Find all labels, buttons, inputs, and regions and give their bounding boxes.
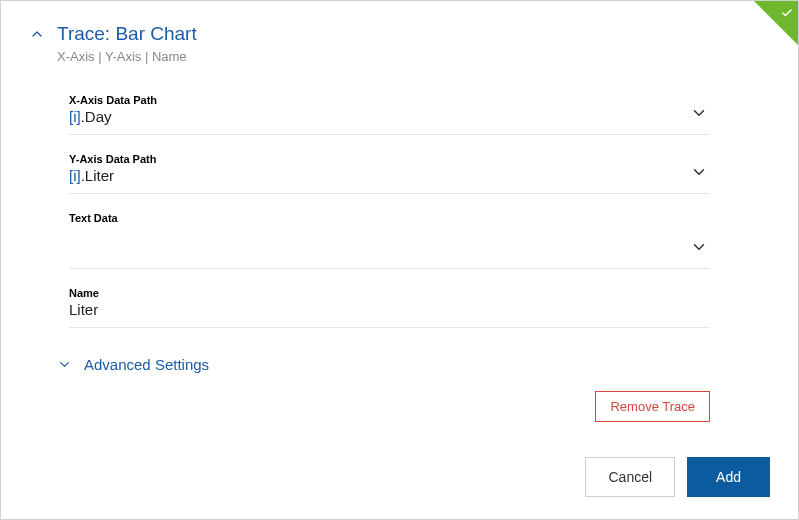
x-axis-suffix: .Day [81,108,112,125]
x-axis-token: [i] [69,108,81,125]
text-data-label: Text Data [69,212,710,224]
y-axis-token: [i] [69,167,81,184]
advanced-settings-label: Advanced Settings [84,356,209,373]
remove-trace-button[interactable]: Remove Trace [595,391,710,422]
name-value: Liter [69,301,710,319]
name-label: Name [69,287,710,299]
corner-badge [754,1,798,45]
chevron-down-icon[interactable] [690,163,708,185]
chevron-down-icon[interactable] [690,104,708,126]
x-axis-field[interactable]: X-Axis Data Path [i].Day [69,86,710,135]
chevron-down-icon [57,357,72,372]
advanced-settings-toggle[interactable]: Advanced Settings [57,356,770,373]
name-field[interactable]: Name Liter [69,279,710,328]
cancel-button[interactable]: Cancel [585,457,675,497]
panel-subtitle: X-Axis | Y-Axis | Name [57,49,770,64]
y-axis-label: Y-Axis Data Path [69,153,710,165]
chevron-up-icon[interactable] [29,26,45,42]
y-axis-suffix: .Liter [81,167,114,184]
text-data-field[interactable]: Text Data [69,204,710,269]
y-axis-value: [i].Liter [69,167,710,185]
x-axis-label: X-Axis Data Path [69,94,710,106]
add-button[interactable]: Add [687,457,770,497]
text-data-value [69,226,710,244]
chevron-down-icon[interactable] [690,238,708,260]
panel-title: Trace: Bar Chart [57,23,197,45]
y-axis-field[interactable]: Y-Axis Data Path [i].Liter [69,145,710,194]
x-axis-value: [i].Day [69,108,710,126]
